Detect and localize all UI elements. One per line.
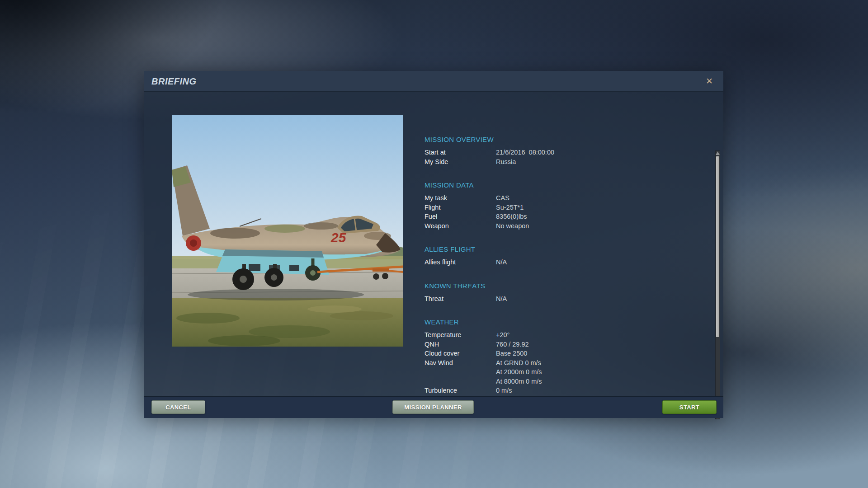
section-title: MISSION DATA [425,181,678,190]
section-title: MISSION OVERVIEW [425,135,678,144]
row-value: No weapon [496,221,529,231]
row-value: Su-25T*1 [496,203,524,212]
briefing-row: Flight Su-25T*1 [425,203,678,212]
briefing-row: Weapon No weapon [425,221,678,231]
section-title: WEATHER [425,318,678,327]
row-label: Allies flight [425,258,496,267]
briefing-dialog: BRIEFING ✕ [144,71,723,418]
section-mission-overview: MISSION OVERVIEW Start at 21/6/2016 08:0… [425,135,678,166]
briefing-row: Start at 21/6/2016 08:00:00 [425,148,678,157]
row-label [425,377,496,386]
row-label: My Side [425,157,496,167]
briefing-row: Fuel 8356(0)lbs [425,212,678,221]
row-value: At 2000m 0 m/s [496,367,542,377]
row-value: 760 / 29.92 [496,340,529,349]
start-button[interactable]: START [662,400,717,414]
section-title: KNOWN THREATS [425,282,678,291]
row-value: +20° [496,330,509,340]
briefing-row: QNH 760 / 29.92 [425,340,678,349]
su25-photo-illustration: 25 [172,115,403,347]
row-value: Base 2500 [496,349,527,358]
section-known-threats: KNOWN THREATS Threat N/A [425,282,678,304]
row-value: At 8000m 0 m/s [496,377,542,386]
row-value: CAS [496,193,509,203]
briefing-row: Nav Wind At GRND 0 m/s [425,358,678,368]
dialog-footer: CANCEL MISSION PLANNER START [144,396,723,418]
briefing-row: Cloud cover Base 2500 [425,349,678,358]
row-label: QNH [425,340,496,349]
dialog-title: BRIEFING [151,76,197,87]
briefing-row: Threat N/A [425,294,678,304]
scrollbar-thumb[interactable] [716,156,719,337]
section-mission-data: MISSION DATA My task CAS Flight Su-25T*1… [425,181,678,230]
briefing-row: Allies flight N/A [425,258,678,267]
row-label: Flight [425,203,496,212]
scroll-up-arrow-icon[interactable] [716,151,720,155]
briefing-content: MISSION OVERVIEW Start at 21/6/2016 08:0… [425,135,678,410]
row-value: Russia [496,157,516,167]
row-label: Threat [425,294,496,304]
row-label: Nav Wind [425,358,496,368]
briefing-row: At 2000m 0 m/s [425,367,678,377]
row-label: Turbulence [425,386,496,395]
briefing-row: My Side Russia [425,157,678,167]
row-value: At GRND 0 m/s [496,358,541,368]
briefing-row: Turbulence 0 m/s [425,386,678,395]
row-label: My task [425,193,496,203]
briefing-row: At 8000m 0 m/s [425,377,678,386]
mission-planner-button[interactable]: MISSION PLANNER [392,400,474,414]
row-value: 21/6/2016 08:00:00 [496,148,554,157]
row-label: Temperature [425,330,496,340]
row-value: N/A [496,258,507,267]
row-label: Weapon [425,221,496,231]
row-label [425,367,496,377]
row-label: Fuel [425,212,496,221]
section-title: ALLIES FLIGHT [425,245,678,254]
row-value: 8356(0)lbs [496,212,527,221]
section-allies-flight: ALLIES FLIGHT Allies flight N/A [425,245,678,267]
briefing-row: Temperature +20° [425,330,678,340]
row-value: 0 m/s [496,386,512,395]
row-value: N/A [496,294,507,304]
aircraft-number: 25 [330,230,347,245]
dialog-body: 25 M [144,92,723,396]
section-weather: WEATHER Temperature +20° QNH 760 / 29.92… [425,318,678,395]
row-label: Start at [425,148,496,157]
mission-aircraft-photo: 25 [172,115,403,347]
close-icon[interactable]: ✕ [703,75,715,87]
dialog-header: BRIEFING ✕ [144,71,723,92]
content-scrollbar[interactable] [715,150,720,419]
briefing-row: My task CAS [425,193,678,203]
row-label: Cloud cover [425,349,496,358]
cancel-button[interactable]: CANCEL [151,400,205,414]
